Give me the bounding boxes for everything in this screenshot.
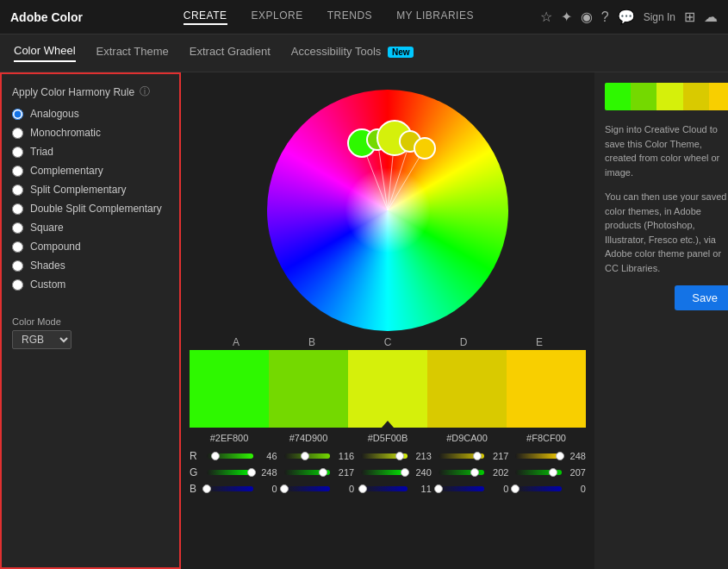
r-val-5: 248 xyxy=(565,451,586,461)
b-val-1: 0 xyxy=(257,484,277,494)
save-button[interactable]: Save xyxy=(675,285,728,310)
g-sliders: 248 217 240 xyxy=(207,467,586,478)
harmony-panel: Apply Color Harmony Rule ⓘ Analogous Mon… xyxy=(0,72,181,569)
b-val-4: 0 xyxy=(488,484,508,494)
b-sliders: 0 0 11 xyxy=(207,484,586,494)
rule-split-complementary[interactable]: Split Complementary xyxy=(12,184,169,196)
hex-b[interactable]: #74D900 xyxy=(269,433,348,443)
r-slider-5: 248 xyxy=(515,451,586,461)
b-val-2: 0 xyxy=(333,484,354,494)
preview-seg-b xyxy=(631,83,656,110)
b-slider-4: 0 xyxy=(439,484,509,494)
hex-e[interactable]: #F8CF00 xyxy=(507,433,586,443)
top-nav: Adobe Color CREATE EXPLORE TRENDS MY LIB… xyxy=(0,0,728,34)
brand-logo: Adobe Color xyxy=(10,10,83,24)
hex-c[interactable]: #D5F00B xyxy=(348,433,427,443)
swatch-b[interactable] xyxy=(269,350,348,428)
wheel-label-a: A xyxy=(198,336,274,348)
creative-cloud-icon[interactable]: ☁ xyxy=(704,9,718,25)
r-sliders: 46 116 213 xyxy=(207,451,586,461)
sign-in-button[interactable]: Sign In xyxy=(644,11,675,23)
rule-custom[interactable]: Custom xyxy=(12,278,169,291)
rule-double-split-complementary[interactable]: Double Split Complementary xyxy=(12,203,169,215)
swatch-d[interactable] xyxy=(427,350,507,428)
g-slider-5: 207 xyxy=(515,467,586,478)
g-val-2: 217 xyxy=(333,467,354,478)
tab-extract-gradient[interactable]: Extract Gradient xyxy=(190,45,271,61)
new-badge: New xyxy=(388,47,414,58)
hex-a[interactable]: #2EF800 xyxy=(190,433,269,443)
rule-compound[interactable]: Compound xyxy=(12,241,169,253)
rgb-section: R 46 116 xyxy=(190,450,586,499)
preview-seg-d xyxy=(683,83,709,110)
b-val-3: 11 xyxy=(411,484,432,494)
swatch-e[interactable] xyxy=(507,350,586,428)
center-panel: A B C D E #2EF800 #74D900 #D5F00B #D9CA0… xyxy=(181,72,594,569)
svg-point-9 xyxy=(414,138,435,159)
right-panel: Sign into Creative Cloud to save this Co… xyxy=(594,72,728,569)
nav-item-explore[interactable]: EXPLORE xyxy=(252,9,303,25)
hex-row: #2EF800 #74D900 #D5F00B #D9CA00 #F8CF00 xyxy=(190,433,586,443)
sign-in-text-1: Sign into Creative Cloud to save this Co… xyxy=(605,122,728,179)
wheel-svg xyxy=(267,90,508,331)
color-icon[interactable]: ◉ xyxy=(581,9,593,25)
sign-in-text-2: You can then use your saved color themes… xyxy=(605,190,728,275)
swatch-active-indicator xyxy=(382,421,394,428)
hex-d[interactable]: #D9CA00 xyxy=(427,433,507,443)
g-slider-1: 248 xyxy=(207,467,277,478)
preview-seg-a xyxy=(605,83,631,110)
g-val-5: 207 xyxy=(565,467,586,478)
b-label: B xyxy=(190,483,202,495)
swatch-a[interactable] xyxy=(190,350,269,428)
g-slider-2: 217 xyxy=(284,467,355,478)
star-icon[interactable]: ☆ xyxy=(540,9,552,25)
swatches-row xyxy=(190,350,586,428)
wheel-label-c: C xyxy=(350,336,426,348)
harmony-rule-group: Analogous Monochromatic Triad Complement… xyxy=(12,108,169,291)
b-slider-3: 11 xyxy=(361,484,432,494)
nav-item-libraries[interactable]: MY LIBRARIES xyxy=(396,9,474,25)
help-icon[interactable]: ? xyxy=(601,9,609,25)
tab-color-wheel[interactable]: Color Wheel xyxy=(14,44,76,62)
rule-analogous[interactable]: Analogous xyxy=(12,108,169,120)
rgb-row-g: G 248 217 xyxy=(190,466,586,478)
nav-item-trends[interactable]: TRENDS xyxy=(327,9,372,25)
tab-extract-theme[interactable]: Extract Theme xyxy=(96,45,169,61)
rule-triad[interactable]: Triad xyxy=(12,146,169,158)
color-wheel[interactable] xyxy=(267,90,508,331)
tab-accessibility-tools[interactable]: Accessibility Tools New xyxy=(291,45,414,61)
g-slider-3: 240 xyxy=(361,467,432,478)
nav-items: CREATE EXPLORE TRENDS MY LIBRARIES xyxy=(117,9,540,25)
sub-nav: Color Wheel Extract Theme Extract Gradie… xyxy=(0,34,728,72)
swatch-c[interactable] xyxy=(348,350,427,428)
g-val-1: 248 xyxy=(257,467,277,478)
info-icon[interactable]: ⓘ xyxy=(140,84,150,99)
chat-icon[interactable]: 💬 xyxy=(618,9,635,25)
rule-square[interactable]: Square xyxy=(12,222,169,234)
harmony-rule-title: Apply Color Harmony Rule ⓘ xyxy=(12,84,169,99)
wheel-label-e: E xyxy=(501,336,577,348)
b-slider-5: 0 xyxy=(515,484,586,494)
rule-complementary[interactable]: Complementary xyxy=(12,165,169,177)
rule-monochromatic[interactable]: Monochromatic xyxy=(12,127,169,139)
g-val-4: 202 xyxy=(488,467,508,478)
r-slider-3: 213 xyxy=(361,451,432,461)
grid-icon[interactable]: ⊞ xyxy=(684,9,695,25)
r-label: R xyxy=(190,450,202,462)
b-slider-1: 0 xyxy=(207,484,277,494)
rule-shades[interactable]: Shades xyxy=(12,259,169,272)
brightness-icon[interactable]: ✦ xyxy=(561,9,572,25)
color-mode-select[interactable]: RGB HSB CMYK Lab xyxy=(12,330,72,349)
b-val-5: 0 xyxy=(565,484,586,494)
nav-item-create[interactable]: CREATE xyxy=(184,9,227,25)
rgb-row-b: B 0 0 xyxy=(190,483,586,495)
wheel-label-b: B xyxy=(274,336,350,348)
r-val-1: 46 xyxy=(257,451,277,461)
theme-preview-bar xyxy=(605,83,728,110)
g-val-3: 240 xyxy=(411,467,432,478)
preview-seg-e xyxy=(709,83,728,110)
r-val-4: 217 xyxy=(488,451,508,461)
nav-right: ☆ ✦ ◉ ? 💬 Sign In ⊞ ☁ xyxy=(540,9,718,25)
r-slider-1: 46 xyxy=(207,451,277,461)
g-label: G xyxy=(190,466,202,478)
